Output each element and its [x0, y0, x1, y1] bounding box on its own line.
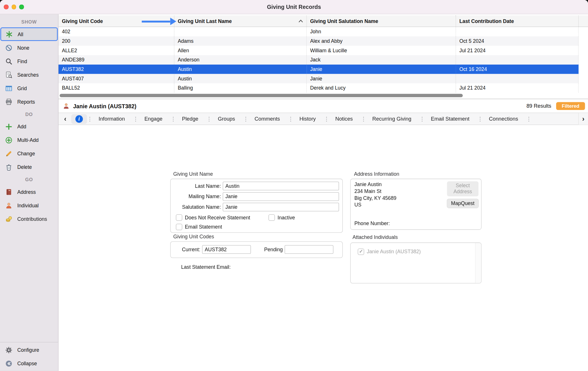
cell-code: BALL52	[59, 83, 174, 93]
address-line-street: 234 Main St	[354, 188, 396, 195]
attached-individual-checkbox[interactable]	[358, 248, 364, 255]
sidebar-item-reports[interactable]: Reports	[0, 95, 58, 109]
table-row-aust407[interactable]: AUST407AustinJanie	[59, 74, 588, 84]
tab-info[interactable]: i	[71, 114, 87, 124]
tab-notices[interactable]: Notices	[327, 113, 361, 125]
tab-information[interactable]: Information	[91, 113, 133, 125]
table-row-ball52[interactable]: BALL52BallingDerek and LucyJul 21 2024	[59, 83, 588, 93]
column-header-giving-unit-last-name[interactable]: Giving Unit Last Name	[174, 16, 307, 27]
address-line-city: Big City, KY 45689	[354, 195, 396, 202]
sidebar-item-add[interactable]: Add	[0, 120, 58, 133]
tab-menu-dots[interactable]: ⋮	[324, 115, 327, 122]
tab-menu-dots[interactable]: ⋮	[170, 115, 174, 122]
sidebar-item-find[interactable]: Find	[0, 55, 58, 68]
cell-last-contribution: Oct 5 2024	[456, 36, 579, 46]
sidebar-item-label: Searches	[17, 72, 39, 78]
salutation-name-field[interactable]	[223, 203, 339, 211]
tab-history[interactable]: History	[292, 113, 324, 125]
sidebar-item-none[interactable]: None	[0, 41, 58, 55]
mapquest-button[interactable]: MapQuest	[447, 199, 478, 208]
horizontal-scrollbar-thumb[interactable]	[60, 94, 463, 97]
sidebar-item-configure[interactable]: Configure	[0, 343, 58, 357]
sidebar: SHOWAllNoneFindSearchesGridReportsDOAddM…	[0, 14, 59, 371]
inactive-checkbox[interactable]	[268, 215, 275, 221]
sidebar-item-individual[interactable]: Individual	[0, 199, 58, 212]
cell-salutation: Alex and Abby	[307, 36, 456, 46]
tab-menu-dots[interactable]: ⋮	[288, 115, 291, 122]
salutation-name-label: Salutation Name:	[165, 203, 221, 211]
tab-comments[interactable]: Comments	[247, 113, 288, 125]
individual-icon	[5, 201, 13, 209]
column-header-giving-unit-salutation-name[interactable]: Giving Unit Salutation Name	[307, 16, 456, 27]
tab-email-statement[interactable]: Email Statement	[423, 113, 477, 125]
tab-groups[interactable]: Groups	[210, 113, 243, 125]
sidebar-item-all[interactable]: All	[0, 27, 58, 41]
table-row-200[interactable]: 200AdamsAlex and AbbyOct 5 2024	[59, 36, 588, 46]
pending-code-field[interactable]	[285, 245, 333, 254]
tab-menu-dots[interactable]: ⋮	[87, 115, 91, 122]
email-statement-checkbox[interactable]	[176, 224, 182, 230]
record-title: Janie Austin (AUST382)	[73, 103, 137, 109]
tab-connections[interactable]: Connections	[481, 113, 526, 125]
tab-menu-dots[interactable]: ⋮	[526, 115, 530, 122]
cell-last-name: Anderson	[174, 55, 307, 65]
sidebar-item-address[interactable]: Address	[0, 185, 58, 199]
tab-scroll-right-button[interactable]: ›	[578, 113, 588, 125]
tab-menu-dots[interactable]: ⋮	[361, 115, 364, 122]
column-header-last-contribution-date[interactable]: Last Contribution Date	[456, 16, 579, 27]
cell-salutation: Janie	[307, 65, 456, 74]
does-not-receive-statement-checkbox[interactable]	[176, 215, 182, 221]
cell-salutation: William & Lucille	[307, 46, 456, 55]
sidebar-item-label: Multi-Add	[17, 137, 39, 143]
sidebar-item-delete[interactable]: Delete	[0, 160, 58, 174]
last-name-field[interactable]	[223, 182, 339, 190]
sidebar-item-grid[interactable]: Grid	[0, 82, 58, 95]
column-header-label: Giving Unit Salutation Name	[310, 18, 378, 24]
table-row-alle2[interactable]: ALLE2AllenWilliam & LucilleJul 21 2024	[59, 46, 588, 55]
cell-gutter	[579, 65, 588, 74]
cell-gutter	[579, 83, 588, 93]
cell-code: AUST407	[59, 74, 174, 84]
sidebar-item-label: Grid	[17, 85, 27, 91]
tab-menu-dots[interactable]: ⋮	[206, 115, 210, 122]
current-code-field[interactable]	[202, 245, 251, 254]
sidebar-item-label: Contributions	[17, 216, 47, 222]
table-row-aust382[interactable]: AUST382AustinJanieOct 16 2024	[59, 65, 588, 74]
cell-code: AUST382	[59, 65, 174, 74]
column-header-label: Last Contribution Date	[460, 18, 514, 24]
sidebar-item-change[interactable]: Change	[0, 147, 58, 160]
tab-recurring-giving[interactable]: Recurring Giving	[365, 113, 419, 125]
tab-pledge[interactable]: Pledge	[174, 113, 206, 125]
cell-salutation: John	[307, 27, 456, 36]
zoom-window-button[interactable]	[19, 5, 24, 9]
tab-menu-dots[interactable]: ⋮	[133, 115, 137, 122]
cell-last-name: Austin	[174, 74, 307, 84]
sidebar-item-searches[interactable]: Searches	[0, 68, 58, 82]
sidebar-item-multi-add[interactable]: Multi-Add	[0, 133, 58, 147]
cell-last-name: Austin	[174, 65, 307, 74]
tab-menu-dots[interactable]: ⋮	[243, 115, 247, 122]
phone-number-label: Phone Number:	[354, 221, 390, 227]
sidebar-item-label: All	[17, 31, 23, 37]
tab-scroll-left-button[interactable]: ‹	[61, 113, 70, 124]
close-window-button[interactable]	[4, 5, 8, 9]
cell-code: 402	[59, 27, 174, 36]
cell-salutation: Derek and Lucy	[307, 83, 456, 93]
table-row-402[interactable]: 402John	[59, 27, 588, 36]
filtered-badge[interactable]: Filtered	[556, 102, 585, 110]
window-title: Giving Unit Records	[0, 4, 588, 10]
select-address-button[interactable]: Select Address	[447, 181, 478, 196]
sidebar-item-collapse[interactable]: Collapse	[0, 357, 58, 370]
mailing-name-field[interactable]	[223, 192, 339, 201]
none-icon	[5, 44, 13, 51]
attached-individuals-scrollbar[interactable]	[475, 243, 481, 283]
tab-engage[interactable]: Engage	[137, 113, 170, 125]
collapse-icon	[5, 360, 13, 367]
tab-menu-dots[interactable]: ⋮	[419, 115, 423, 122]
tab-menu-dots[interactable]: ⋮	[477, 115, 481, 122]
minimize-window-button[interactable]	[11, 5, 16, 9]
sidebar-item-contributions[interactable]: Contributions	[0, 212, 58, 226]
cell-gutter	[579, 36, 588, 46]
table-row-ande389[interactable]: ANDE389AndersonJack	[59, 55, 588, 65]
does-not-receive-statement-label: Does Not Receive Statement	[185, 215, 250, 221]
